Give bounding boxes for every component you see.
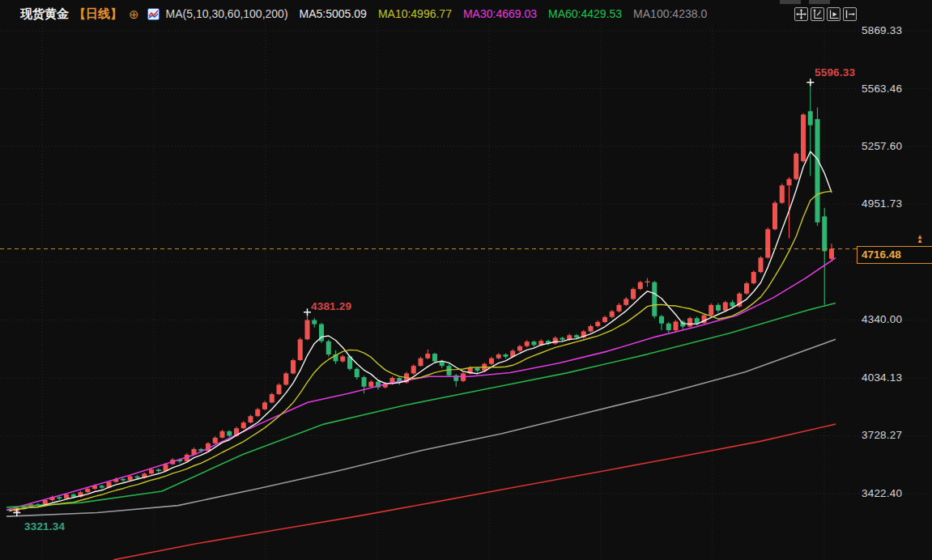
axis-marker-icon[interactable] [827, 7, 841, 21]
ma5-value: MA5:5005.09 [300, 7, 367, 20]
interval-label[interactable]: 【日线】 [74, 6, 122, 22]
add-indicator-icon[interactable]: ⊕ [129, 8, 139, 20]
collapse-right-icon[interactable] [843, 7, 857, 21]
pan-move-icon[interactable] [794, 7, 808, 21]
window-chip [780, 0, 801, 4]
trading-app: 现货黄金 【日线】 ⊕ MA(5,10,30,60,100,200) MA5:5… [0, 0, 932, 560]
symbol-title: 现货黄金 [20, 6, 69, 22]
candlestick-chart[interactable] [0, 0, 932, 560]
last-price-badge: 4716.48 [857, 246, 932, 264]
window-chip [809, 0, 830, 4]
price-up-arrows: ▲▲ [915, 235, 925, 243]
ma30-value: MA30:4669.03 [463, 7, 537, 20]
chart-header: 现货黄金 【日线】 ⊕ MA(5,10,30,60,100,200) MA5:5… [20, 6, 707, 22]
ma10-value: MA10:4996.77 [378, 7, 452, 20]
chart-type-icon[interactable] [147, 8, 160, 20]
axis-scale-up-icon[interactable] [811, 7, 824, 21]
ma-settings-label[interactable]: MA(5,10,30,60,100,200) [166, 7, 288, 20]
ma60-value: MA60:4429.53 [548, 7, 622, 20]
price-annotation: 3321.34 [24, 520, 65, 532]
ma100-value: MA100:4238.0 [633, 7, 707, 20]
price-annotation: 5596.33 [815, 66, 855, 78]
chart-toolbar [794, 7, 857, 21]
price-annotation: 4381.29 [311, 300, 351, 312]
